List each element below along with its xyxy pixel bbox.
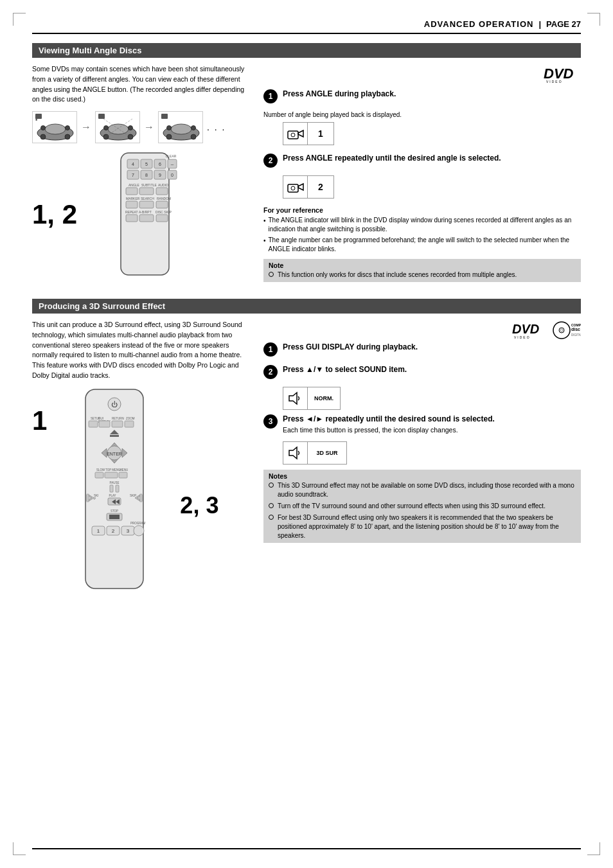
step1-content: Press ANGLE during playback. — [283, 89, 581, 100]
svg-text:ZOOM: ZOOM — [126, 417, 135, 420]
svg-rect-112 — [109, 515, 120, 519]
section2-right: DVD VIDEO COMPACT disc DIGITAL AUDIO — [263, 320, 581, 593]
svg-marker-63 — [298, 130, 303, 137]
norm-icon — [283, 387, 308, 409]
step1-circle: 1 — [263, 89, 278, 103]
svg-text:SKIP: SKIP — [130, 494, 136, 497]
svg-text:RETURN: RETURN — [112, 417, 124, 420]
remote-svg-2: ⏻ SETUP GUI DISPLAY RETURN ZOOM — [50, 386, 179, 593]
svg-text:0: 0 — [171, 173, 173, 177]
svg-marker-66 — [298, 184, 303, 190]
svg-point-5 — [65, 134, 70, 139]
svg-point-4 — [40, 134, 46, 139]
angle-info-1: Number of angle being played back is dis… — [263, 111, 581, 145]
section2-step1-title: Press GUI DISPLAY during playback. — [283, 342, 581, 353]
angle-icon-1 — [283, 123, 308, 145]
remote-control-svg-1: 4 5 6 – CLEAR 7 8 9 — [82, 150, 204, 278]
svg-point-7 — [65, 126, 69, 130]
svg-rect-93 — [119, 472, 127, 478]
svg-text:2: 2 — [112, 528, 115, 534]
svg-text:9: 9 — [159, 173, 161, 177]
car-image-1: ▮ — [32, 111, 77, 143]
svg-text:ANGLE: ANGLE — [129, 183, 140, 187]
svg-point-13 — [103, 126, 108, 130]
section2-step2-content: Press ▲/▼ to select SOUND item. — [283, 364, 581, 375]
section2-title: Producing a 3D Surround Effect — [32, 299, 581, 314]
section2-step3-circle: 3 — [263, 414, 278, 429]
angle-icon-2 — [283, 176, 308, 198]
svg-text:5: 5 — [145, 162, 148, 166]
section1-left: Some DVDs may contain scenes which have … — [32, 64, 251, 287]
svg-point-10 — [108, 124, 129, 134]
section2-content: This unit can produce a 3D Surround effe… — [32, 320, 581, 593]
svg-rect-77 — [99, 421, 110, 427]
norm-text: NORM. — [308, 395, 340, 402]
ref-bullet-2: • — [263, 236, 266, 254]
svg-rect-58 — [139, 215, 154, 222]
svg-text:RANDOM: RANDOM — [157, 197, 171, 200]
svg-rect-79 — [125, 421, 134, 427]
section1-content: Some DVDs may contain scenes which have … — [32, 64, 581, 287]
note-text-2-3: For best 3D Surround effect using only t… — [278, 513, 576, 540]
logos-row: DVD VIDEO COMPACT disc DIGITAL AUDIO — [263, 320, 581, 342]
section2-step3-row: 3 Press ◄/► repeatedly until the desired… — [263, 414, 581, 434]
remote-diagram-1: 1, 2 4 5 6 – CLE — [32, 150, 251, 279]
svg-rect-59 — [156, 215, 168, 222]
compact-disc-logo: COMPACT disc DIGITAL AUDIO — [549, 320, 581, 342]
svg-rect-53 — [156, 201, 168, 208]
svg-text:4: 4 — [132, 162, 134, 166]
sur3d-text: 3D SUR — [308, 450, 346, 456]
speaker-icon-1 — [288, 391, 303, 405]
svg-rect-78 — [112, 421, 123, 427]
svg-rect-96 — [116, 485, 119, 492]
header-page: PAGE 27 — [546, 19, 581, 29]
svg-rect-45 — [126, 188, 138, 195]
dvd-logo-svg-2: DVD VIDEO — [511, 321, 546, 340]
svg-text:ENTER: ENTER — [107, 452, 122, 456]
note-box-2: Notes This 3D Surround effect may not be… — [263, 470, 581, 543]
svg-text:6: 6 — [159, 162, 161, 166]
section2-step3-title: Press ◄/► repeatedly until the desired s… — [283, 414, 581, 425]
svg-marker-130 — [289, 447, 297, 459]
svg-point-21 — [191, 134, 196, 139]
svg-rect-95 — [110, 485, 113, 492]
note-circle-2-1 — [269, 483, 274, 488]
note-item-2-1: This 3D Surround effect may not be avail… — [269, 481, 576, 499]
svg-point-6 — [40, 126, 45, 130]
remote-svg-1: 4 5 6 – CLEAR 7 8 9 — [82, 150, 204, 279]
corner-tl — [13, 13, 26, 26]
note-item-2-3: For best 3D Surround effect using only t… — [269, 513, 576, 540]
svg-text:7: 7 — [132, 173, 134, 177]
svg-text:AUDIO: AUDIO — [158, 183, 168, 187]
dvd-logo-2: DVD VIDEO — [511, 321, 546, 341]
remote-diagram-2-wrapper: 1 ⏻ SETUP GUI — [32, 386, 251, 593]
section2-step2-row: 2 Press ▲/▼ to select SOUND item. — [263, 364, 581, 379]
note-item-2-2: Turn off the TV surround sound and other… — [269, 502, 576, 511]
svg-point-22 — [166, 126, 171, 130]
note-text-2-2: Turn off the TV surround sound and other… — [278, 502, 546, 511]
svg-text:8: 8 — [145, 173, 148, 177]
car-image-2 — [95, 111, 140, 143]
car-image-3 — [158, 111, 203, 143]
svg-rect-51 — [126, 201, 138, 208]
svg-text:STOP: STOP — [111, 509, 118, 513]
svg-rect-65 — [288, 184, 298, 192]
corner-bl — [13, 842, 26, 855]
page-footer — [32, 848, 581, 852]
note-title-1: Note — [269, 261, 576, 269]
svg-rect-81 — [110, 435, 119, 437]
section2-left: This unit can produce a 3D Surround effe… — [32, 320, 251, 593]
speaker-icon-2 — [288, 446, 303, 460]
car-svg-1: ▮ — [34, 112, 76, 142]
svg-rect-57 — [126, 215, 138, 222]
svg-point-64 — [291, 133, 295, 137]
svg-text:MARKER: MARKER — [126, 197, 140, 200]
svg-rect-46 — [139, 188, 154, 195]
camera-icon-2 — [287, 181, 305, 193]
svg-text:CLEAR: CLEAR — [166, 154, 177, 158]
dvd-logo: DVD VIDEO — [542, 64, 581, 85]
angle-display-2: 2 — [283, 175, 334, 199]
svg-text:PLAY: PLAY — [109, 494, 116, 497]
svg-rect-47 — [156, 188, 168, 195]
svg-marker-129 — [289, 393, 297, 404]
